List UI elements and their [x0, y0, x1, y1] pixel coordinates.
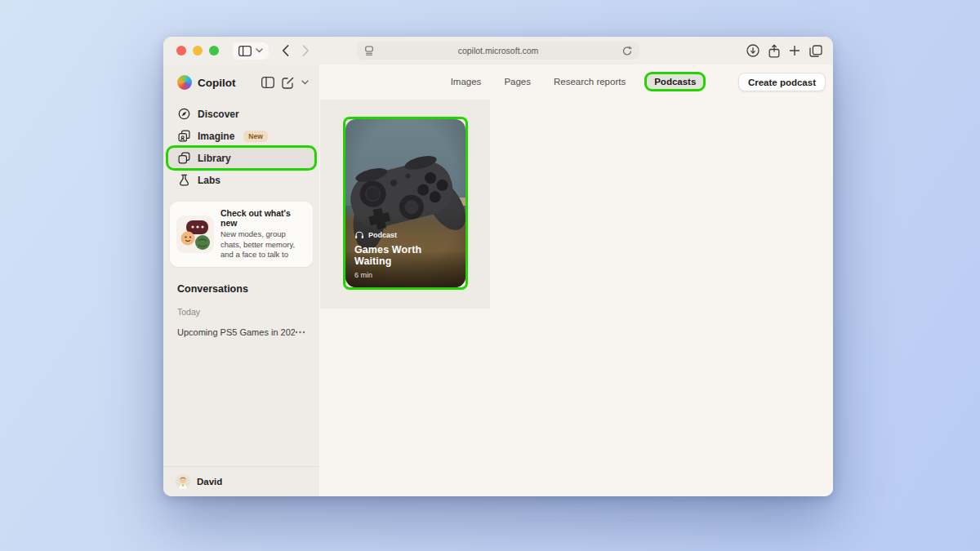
back-button[interactable] [282, 45, 289, 56]
brand-title: Copilot [198, 77, 236, 89]
avatar [176, 474, 190, 489]
sidebar-item-labs[interactable]: Labs [168, 170, 314, 190]
sidebar-item-imagine[interactable]: Imagine New [168, 126, 314, 146]
sidebar-item-label: Library [198, 153, 231, 164]
sidebar-item-discover[interactable]: Discover [168, 104, 314, 124]
more-options-icon[interactable] [295, 331, 305, 334]
reload-icon[interactable] [622, 46, 632, 56]
new-tab-button[interactable] [789, 45, 800, 56]
close-window-button[interactable] [176, 46, 186, 56]
copilot-logo-icon [177, 75, 192, 90]
podcast-duration: 6 min [354, 271, 459, 279]
sidebar-toggle-icon [238, 46, 252, 56]
user-name: David [197, 477, 222, 487]
url-text: copilot.microsoft.com [374, 46, 622, 56]
sidebar-item-label: Imagine [198, 131, 234, 142]
headphones-icon [354, 230, 364, 239]
new-chat-icon[interactable] [282, 77, 294, 89]
podcast-type-label: Podcast [368, 231, 397, 239]
browser-titlebar: copilot.microsoft.com [163, 37, 833, 64]
podcast-card-annotation: Podcast Games Worth Waiting 6 min [343, 117, 468, 290]
flask-icon [178, 174, 190, 186]
photos-icon [178, 130, 190, 142]
sidebar-item-label: Labs [198, 175, 220, 186]
conversation-title: Upcoming PS5 Games in 2026 Po... [177, 327, 295, 337]
conversations-group-label: Today [177, 307, 305, 317]
podcast-card[interactable]: Podcast Games Worth Waiting 6 min [345, 119, 466, 287]
podcast-title: Games Worth Waiting [354, 244, 459, 267]
collapse-sidebar-icon[interactable] [261, 77, 274, 88]
new-badge: New [243, 131, 267, 142]
sidebar: Copilot [163, 64, 319, 496]
tab-images[interactable]: Images [449, 74, 483, 89]
create-podcast-button[interactable]: Create podcast [738, 73, 826, 91]
whats-new-illustration-icon [176, 208, 214, 260]
user-account-row[interactable]: David [163, 466, 319, 496]
minimize-window-button[interactable] [193, 46, 203, 56]
downloads-button[interactable] [746, 44, 760, 57]
whats-new-title: Check out what's new [220, 208, 306, 228]
library-icon [178, 152, 190, 164]
tab-overview-button[interactable] [809, 45, 822, 57]
library-content: Images Pages Research reports Podcasts C… [319, 64, 833, 496]
zoom-window-button[interactable] [209, 46, 219, 56]
traffic-lights [176, 46, 219, 56]
tab-pages[interactable]: Pages [502, 74, 532, 89]
compass-icon [178, 108, 190, 120]
whats-new-body: New modes, group chats, better memory, a… [220, 229, 306, 260]
tab-research-reports[interactable]: Research reports [552, 74, 627, 89]
sidebar-item-library[interactable]: Library [168, 148, 314, 168]
conversations-header: Conversations [177, 283, 305, 295]
address-bar[interactable]: copilot.microsoft.com [357, 42, 639, 60]
tab-podcasts[interactable]: Podcasts [647, 74, 703, 89]
conversation-item[interactable]: Upcoming PS5 Games in 2026 Po... [177, 327, 305, 337]
share-button[interactable] [768, 44, 780, 58]
sidebar-item-label: Discover [198, 109, 239, 120]
page-settings-icon[interactable] [364, 46, 374, 56]
whats-new-card[interactable]: Check out what's new New modes, group ch… [170, 202, 313, 267]
forward-button[interactable] [302, 45, 310, 56]
chevron-down-icon[interactable] [301, 80, 309, 85]
sidebar-toggle-button[interactable] [233, 42, 269, 60]
browser-window: copilot.microsoft.com Cop [163, 37, 833, 496]
chevron-down-icon [256, 48, 263, 53]
